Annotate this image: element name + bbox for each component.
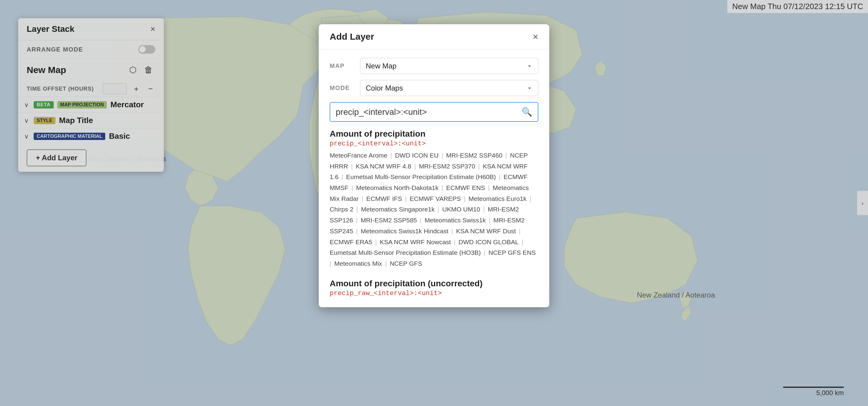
tag[interactable]: KSA NCM WRF Dust [456, 228, 516, 235]
tag-separator: | [452, 238, 457, 245]
tag-separator: | [482, 249, 487, 256]
modal-title: Add Layer [330, 32, 374, 42]
tag[interactable]: MeteoFrance Arome [330, 152, 387, 159]
tag-separator: | [373, 238, 378, 245]
tag[interactable]: ECMWF ENS [446, 184, 485, 191]
tag-separator: | [330, 260, 333, 267]
tag[interactable]: Chirps 2 [330, 206, 353, 213]
map-select[interactable]: New Map [360, 58, 538, 74]
map-field-row: MAP New Map [330, 58, 538, 74]
tag[interactable]: NCEP GFS [390, 260, 422, 267]
tag[interactable]: ECMWF ERA5 [330, 238, 372, 245]
map-field-label: MAP [330, 62, 354, 69]
tag-separator: | [487, 217, 492, 224]
tag-separator: | [528, 195, 531, 202]
tag[interactable]: Meteomatics Swiss1k [425, 217, 486, 224]
tag-separator: | [412, 163, 417, 170]
tag-separator: | [349, 163, 354, 170]
result-item[interactable]: Amount of precipitation (uncorrected)pre… [330, 279, 538, 297]
tag-separator: | [354, 228, 360, 235]
result-tags: MeteoFrance Arome | DWD ICON EU | MRI-ES… [330, 150, 538, 269]
tag-separator: | [403, 195, 408, 202]
tag[interactable]: DWD ICON GLOBAL [459, 238, 519, 245]
tag[interactable]: KSA NCM WRF 4.8 [356, 163, 411, 170]
result-title: Amount of precipitation (uncorrected) [330, 279, 538, 289]
tag-separator: | [517, 228, 521, 235]
tag-separator: | [486, 184, 491, 191]
tag-separator: | [476, 163, 482, 170]
tag-separator: | [354, 217, 360, 224]
modal-overlay: Add Layer × MAP New Map MODE Color Maps … [0, 0, 868, 406]
tag[interactable]: KSA NCM WRF Nowcast [380, 238, 451, 245]
tag-separator: | [354, 206, 360, 213]
tag[interactable]: Meteomatics North-Dakota1k [356, 184, 439, 191]
tag[interactable]: Meteomatics Mix [334, 260, 382, 267]
result-subtitle: precip_raw_<interval>:<unit> [330, 290, 538, 297]
tag-separator: | [350, 184, 355, 191]
tag-separator: | [504, 152, 509, 159]
tag-separator: | [389, 152, 394, 159]
tag[interactable]: MRI-ESM2 SSP370 [419, 163, 475, 170]
result-title: Amount of precipitation [330, 129, 538, 139]
results-area: Amount of precipitationprecip_<interval>… [330, 129, 538, 299]
search-button[interactable]: 🔍 [516, 103, 538, 121]
tag[interactable]: ECMWF VAREPS [410, 195, 461, 202]
mode-field-label: MODE [330, 84, 354, 92]
mode-field-row: MODE Color Maps [330, 80, 538, 96]
tag[interactable]: UKMO UM10 [442, 206, 480, 213]
mode-select[interactable]: Color Maps [360, 80, 538, 96]
tag[interactable]: Meteomatics Swiss1k Hindcast [361, 228, 448, 235]
tag-separator: | [418, 217, 423, 224]
search-input[interactable] [330, 103, 516, 121]
tag-separator: | [440, 152, 445, 159]
tag[interactable]: MRI-ESM2 SSP585 [361, 217, 417, 224]
tag[interactable]: ECMWF IFS [366, 195, 402, 202]
tag[interactable]: Meteomatics Singapore1k [361, 206, 435, 213]
tag[interactable]: DWD ICON EU [395, 152, 439, 159]
tag-separator: | [462, 195, 467, 202]
tag-separator: | [450, 228, 455, 235]
modal-body: MAP New Map MODE Color Maps 🔍 Amount of … [319, 49, 549, 307]
tag-separator: | [481, 206, 487, 213]
tag[interactable]: MRI-ESM2 SSP460 [446, 152, 502, 159]
tag-separator: | [383, 260, 389, 267]
tag[interactable]: NCEP GFS ENS [488, 249, 536, 256]
tag[interactable]: Eumetsat Multi-Sensor Precipitation Esti… [346, 173, 496, 180]
tag-separator: | [360, 195, 365, 202]
result-subtitle: precip_<interval>:<unit> [330, 140, 538, 147]
modal-close-button[interactable]: × [533, 32, 538, 41]
tag-separator: | [497, 173, 502, 180]
tag-separator: | [436, 206, 441, 213]
tag[interactable]: Meteomatics Euro1k [469, 195, 527, 202]
add-layer-modal: Add Layer × MAP New Map MODE Color Maps … [319, 24, 549, 307]
tag-separator: | [520, 238, 523, 245]
search-row: 🔍 [330, 102, 538, 122]
tag-separator: | [340, 173, 345, 180]
result-item[interactable]: Amount of precipitationprecip_<interval>… [330, 129, 538, 269]
tag[interactable]: Eumetsat Multi-Sensor Precipitation Esti… [330, 249, 481, 256]
tag-separator: | [440, 184, 445, 191]
modal-header: Add Layer × [319, 24, 549, 49]
